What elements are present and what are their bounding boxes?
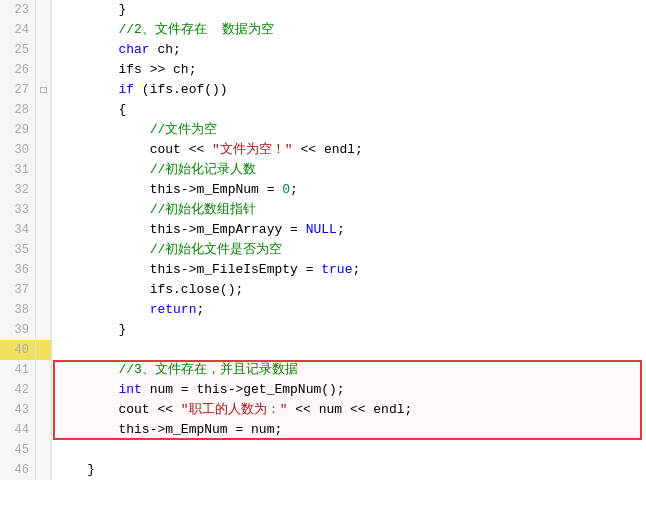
fold-indicator (36, 200, 52, 220)
code-content: return; (52, 300, 646, 320)
fold-indicator (36, 20, 52, 40)
fold-indicator (36, 180, 52, 200)
code-content: } (52, 460, 646, 480)
code-content: { (52, 100, 646, 120)
code-line: 36 this->m_FileIsEmpty = true; (0, 260, 646, 280)
code-line: 43 cout << "职工的人数为：" << num << endl; (0, 400, 646, 420)
code-line: 23 } (0, 0, 646, 20)
code-content (52, 440, 646, 460)
code-content: cout << "职工的人数为：" << num << endl; (52, 400, 646, 420)
fold-indicator (36, 120, 52, 140)
code-content: //3、文件存在，并且记录数据 (52, 360, 646, 380)
line-number: 30 (0, 140, 36, 160)
line-number: 42 (0, 380, 36, 400)
code-line: 31 //初始化记录人数 (0, 160, 646, 180)
code-content: this->m_FileIsEmpty = true; (52, 260, 646, 280)
code-line: 39 } (0, 320, 646, 340)
fold-indicator (36, 420, 52, 440)
fold-indicator (36, 40, 52, 60)
fold-indicator (36, 100, 52, 120)
line-number: 29 (0, 120, 36, 140)
fold-indicator (36, 400, 52, 420)
line-number: 28 (0, 100, 36, 120)
line-number: 27 (0, 80, 36, 100)
fold-indicator (36, 160, 52, 180)
fold-indicator (36, 380, 52, 400)
code-line: 41 //3、文件存在，并且记录数据 (0, 360, 646, 380)
code-line: 37 ifs.close(); (0, 280, 646, 300)
line-number: 44 (0, 420, 36, 440)
code-content: this->m_EmpNum = 0; (52, 180, 646, 200)
code-content: } (52, 320, 646, 340)
code-content: this->m_EmpArrayy = NULL; (52, 220, 646, 240)
fold-indicator (36, 300, 52, 320)
line-number: 45 (0, 440, 36, 460)
fold-indicator (36, 320, 52, 340)
code-line: 42 int num = this->get_EmpNum(); (0, 380, 646, 400)
fold-indicator (36, 220, 52, 240)
line-number: 24 (0, 20, 36, 40)
code-content: ifs >> ch; (52, 60, 646, 80)
fold-indicator (36, 460, 52, 480)
fold-indicator (36, 60, 52, 80)
code-content: int num = this->get_EmpNum(); (52, 380, 646, 400)
fold-indicator (36, 360, 52, 380)
line-number: 23 (0, 0, 36, 20)
code-line: 44 this->m_EmpNum = num; (0, 420, 646, 440)
line-number: 26 (0, 60, 36, 80)
line-number: 34 (0, 220, 36, 240)
fold-indicator: □ (36, 80, 52, 100)
line-number: 35 (0, 240, 36, 260)
line-number: 32 (0, 180, 36, 200)
fold-indicator (36, 140, 52, 160)
code-content: if (ifs.eof()) (52, 80, 646, 100)
line-number: 40 (0, 340, 36, 360)
code-content: //初始化文件是否为空 (52, 240, 646, 260)
code-content: cout << "文件为空！" << endl; (52, 140, 646, 160)
code-line: 27□ if (ifs.eof()) (0, 80, 646, 100)
code-line: 38 return; (0, 300, 646, 320)
fold-indicator (36, 240, 52, 260)
line-number: 39 (0, 320, 36, 340)
line-number: 46 (0, 460, 36, 480)
code-content: char ch; (52, 40, 646, 60)
code-content: ifs.close(); (52, 280, 646, 300)
code-lines: 23 }24 //2、文件存在 数据为空25 char ch;26 ifs >>… (0, 0, 646, 480)
code-line: 32 this->m_EmpNum = 0; (0, 180, 646, 200)
line-number: 37 (0, 280, 36, 300)
line-number: 38 (0, 300, 36, 320)
fold-indicator (36, 280, 52, 300)
code-content: } (52, 0, 646, 20)
code-line: 46 } (0, 460, 646, 480)
fold-indicator (36, 0, 52, 20)
code-line: 33 //初始化数组指针 (0, 200, 646, 220)
code-line: 40 (0, 340, 646, 360)
line-number: 25 (0, 40, 36, 60)
code-line: 45 (0, 440, 646, 460)
code-content: //初始化记录人数 (52, 160, 646, 180)
line-number: 33 (0, 200, 36, 220)
line-number: 41 (0, 360, 36, 380)
code-line: 24 //2、文件存在 数据为空 (0, 20, 646, 40)
code-line: 34 this->m_EmpArrayy = NULL; (0, 220, 646, 240)
code-line: 29 //文件为空 (0, 120, 646, 140)
code-line: 28 { (0, 100, 646, 120)
line-number: 31 (0, 160, 36, 180)
line-number: 36 (0, 260, 36, 280)
code-line: 30 cout << "文件为空！" << endl; (0, 140, 646, 160)
code-line: 26 ifs >> ch; (0, 60, 646, 80)
code-content: this->m_EmpNum = num; (52, 420, 646, 440)
code-line: 25 char ch; (0, 40, 646, 60)
code-editor: 23 }24 //2、文件存在 数据为空25 char ch;26 ifs >>… (0, 0, 646, 532)
fold-indicator (36, 440, 52, 460)
line-number: 43 (0, 400, 36, 420)
code-content: //文件为空 (52, 120, 646, 140)
fold-indicator (36, 260, 52, 280)
code-content: //初始化数组指针 (52, 200, 646, 220)
code-content: //2、文件存在 数据为空 (52, 20, 646, 40)
code-line: 35 //初始化文件是否为空 (0, 240, 646, 260)
